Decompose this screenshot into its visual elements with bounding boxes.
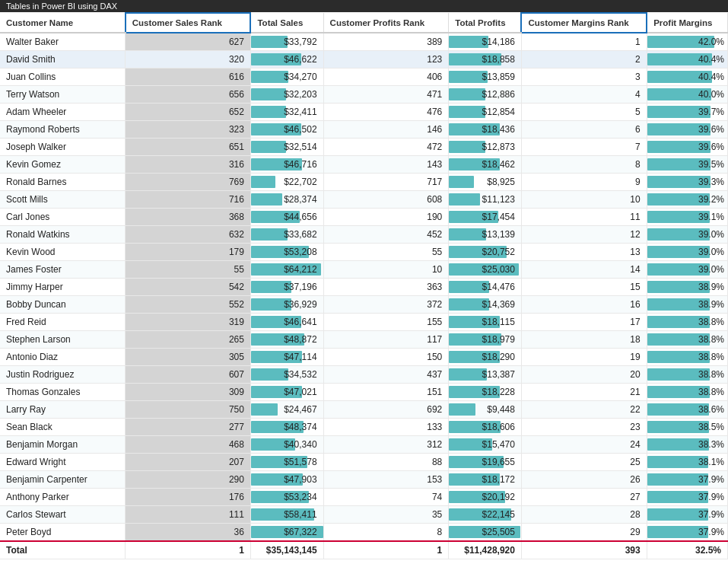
cell-cpr: 123 xyxy=(323,51,449,68)
cell-customer-name: David Smith xyxy=(0,51,126,68)
cell-profit-margins: 39.3% xyxy=(647,174,727,191)
table-row: Walter Baker627$33,792389$14,186142.0% xyxy=(0,33,728,51)
cell-cpr: 88 xyxy=(323,454,449,471)
cell-total-sales: $53,234 xyxy=(250,489,323,506)
cell-customer-name: Anthony Parker xyxy=(0,489,126,506)
cell-profit-margins: 39.6% xyxy=(647,139,727,156)
cell-profit-margins: 40.4% xyxy=(647,51,727,68)
cell-csr: 265 xyxy=(126,331,251,349)
cell-customer-name: Jimmy Harper xyxy=(0,279,126,296)
table-row: Carlos Stewart111$58,41135$22,1452837.9% xyxy=(0,506,728,524)
cell-cpr: 8 xyxy=(323,524,449,542)
cell-total-profits: $18,290 xyxy=(449,349,522,366)
cell-total-sales: $24,467 xyxy=(250,401,323,419)
cell-total-sales: $53,208 xyxy=(250,244,323,261)
cell-customer-name: Edward Wright xyxy=(0,454,126,471)
cell-csr: 305 xyxy=(126,349,251,366)
cell-total-sales: $34,270 xyxy=(250,68,323,86)
cell-cmr: 6 xyxy=(521,121,647,139)
cell-csr: 316 xyxy=(126,156,251,174)
cell-cmr: 25 xyxy=(521,454,647,471)
cell-cmr: 2 xyxy=(521,51,647,68)
cell-cmr: 15 xyxy=(521,279,647,296)
cell-total-sales: $48,374 xyxy=(250,419,323,436)
header-customer-profits-rank[interactable]: Customer Profits Rank xyxy=(323,13,449,33)
cell-total-profits: $8,925 xyxy=(449,174,522,191)
title-bar: Tables in Power BI using DAX xyxy=(0,0,728,12)
table-row: Joseph Walker651$32,514472$12,873739.6% xyxy=(0,139,728,156)
cell-csr: 652 xyxy=(126,104,251,121)
table-row: Peter Boyd36$67,3228$25,5052937.9% xyxy=(0,524,728,542)
cell-total-sales: $47,903 xyxy=(250,471,323,489)
cell-total-sales: $51,578 xyxy=(250,454,323,471)
cell-profit-margins: 38.8% xyxy=(647,366,727,384)
cell-cpr: 143 xyxy=(323,156,449,174)
header-customer-name[interactable]: Customer Name xyxy=(0,13,126,33)
totals-cell: 1 xyxy=(126,541,251,559)
cell-cpr: 717 xyxy=(323,174,449,191)
cell-profit-margins: 40.4% xyxy=(647,68,727,86)
cell-cmr: 4 xyxy=(521,86,647,104)
cell-csr: 656 xyxy=(126,86,251,104)
cell-total-profits: $14,476 xyxy=(449,279,522,296)
table-row: Benjamin Morgan468$40,340312$15,4702438.… xyxy=(0,436,728,454)
table-row: Justin Rodriguez607$34,532437$13,3872038… xyxy=(0,366,728,384)
cell-cmr: 21 xyxy=(521,384,647,401)
table-row: Adam Wheeler652$32,411476$12,854539.7% xyxy=(0,104,728,121)
cell-profit-margins: 37.9% xyxy=(647,506,727,524)
cell-total-sales: $46,716 xyxy=(250,156,323,174)
cell-total-profits: $20,752 xyxy=(449,244,522,261)
cell-profit-margins: 42.0% xyxy=(647,33,727,51)
cell-customer-name: Joseph Walker xyxy=(0,139,126,156)
cell-csr: 111 xyxy=(126,506,251,524)
cell-profit-margins: 37.9% xyxy=(647,489,727,506)
table-row: Stephen Larson265$48,872117$18,9791838.8… xyxy=(0,331,728,349)
header-total-sales[interactable]: Total Sales xyxy=(250,13,323,33)
cell-cpr: 155 xyxy=(323,314,449,331)
cell-customer-name: Thomas Gonzales xyxy=(0,384,126,401)
cell-total-sales: $33,682 xyxy=(250,226,323,244)
cell-total-profits: $25,505 xyxy=(449,524,522,542)
cell-cpr: 406 xyxy=(323,68,449,86)
cell-csr: 627 xyxy=(126,33,251,51)
cell-customer-name: Justin Rodriguez xyxy=(0,366,126,384)
cell-total-profits: $18,606 xyxy=(449,419,522,436)
cell-cpr: 389 xyxy=(323,33,449,51)
table-container: Tables in Power BI using DAX Customer Na… xyxy=(0,0,728,583)
header-customer-sales-rank[interactable]: Customer Sales Rank xyxy=(126,13,251,33)
cell-customer-name: Walter Baker xyxy=(0,33,126,51)
cell-customer-name: Peter Boyd xyxy=(0,524,126,542)
header-customer-margins-rank[interactable]: Customer Margins Rank xyxy=(521,13,647,33)
table-row: Scott Mills716$28,374608$11,1231039.2% xyxy=(0,191,728,209)
cell-customer-name: Raymond Roberts xyxy=(0,121,126,139)
cell-total-sales: $28,374 xyxy=(250,191,323,209)
cell-customer-name: Benjamin Carpenter xyxy=(0,471,126,489)
title-text: Tables in Power BI using DAX xyxy=(6,2,117,11)
header-profit-margins[interactable]: Profit Margins xyxy=(647,13,727,33)
cell-cmr: 29 xyxy=(521,524,647,542)
table-row: Larry Ray750$24,467692$9,4482238.6% xyxy=(0,401,728,419)
cell-customer-name: James Foster xyxy=(0,261,126,279)
cell-customer-name: Benjamin Morgan xyxy=(0,436,126,454)
table-row: Juan Collins616$34,270406$13,859340.4% xyxy=(0,68,728,86)
cell-total-profits: $18,858 xyxy=(449,51,522,68)
cell-csr: 319 xyxy=(126,314,251,331)
cell-cmr: 9 xyxy=(521,174,647,191)
cell-cmr: 3 xyxy=(521,68,647,86)
cell-cpr: 471 xyxy=(323,86,449,104)
header-total-profits[interactable]: Total Profits xyxy=(449,13,522,33)
cell-cpr: 151 xyxy=(323,384,449,401)
cell-csr: 616 xyxy=(126,68,251,86)
cell-profit-margins: 39.0% xyxy=(647,226,727,244)
cell-total-sales: $47,114 xyxy=(250,349,323,366)
table-row: Kevin Gomez316$46,716143$18,462839.5% xyxy=(0,156,728,174)
cell-total-sales: $44,656 xyxy=(250,209,323,226)
cell-customer-name: Ronald Barnes xyxy=(0,174,126,191)
cell-profit-margins: 38.9% xyxy=(647,279,727,296)
cell-cmr: 22 xyxy=(521,401,647,419)
cell-cpr: 476 xyxy=(323,104,449,121)
cell-total-profits: $12,873 xyxy=(449,139,522,156)
cell-total-profits: $9,448 xyxy=(449,401,522,419)
cell-total-profits: $19,655 xyxy=(449,454,522,471)
cell-cmr: 12 xyxy=(521,226,647,244)
